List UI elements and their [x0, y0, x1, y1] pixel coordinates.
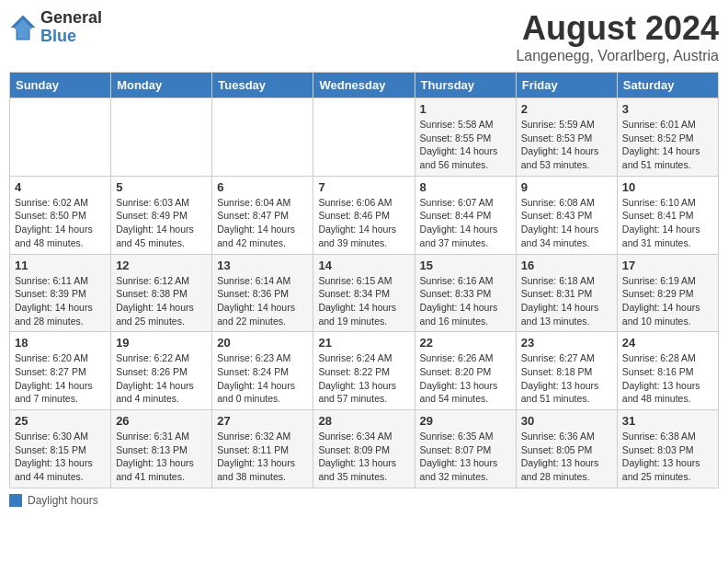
- calendar-cell: 1Sunrise: 5:58 AM Sunset: 8:55 PM Daylig…: [415, 98, 516, 177]
- day-info: Sunrise: 5:58 AM Sunset: 8:55 PM Dayligh…: [420, 118, 511, 172]
- calendar-cell: 14Sunrise: 6:15 AM Sunset: 8:34 PM Dayli…: [313, 254, 415, 332]
- day-info: Sunrise: 6:19 AM Sunset: 8:29 PM Dayligh…: [622, 274, 713, 328]
- day-number: 17: [622, 259, 713, 272]
- logo-icon: [9, 14, 37, 41]
- weekday-header: Thursday: [415, 73, 516, 98]
- day-info: Sunrise: 6:28 AM Sunset: 8:16 PM Dayligh…: [622, 351, 713, 406]
- calendar-cell: 26Sunrise: 6:31 AM Sunset: 8:13 PM Dayli…: [111, 410, 212, 488]
- day-number: 11: [15, 259, 106, 272]
- calendar-cell: 11Sunrise: 6:11 AM Sunset: 8:39 PM Dayli…: [10, 254, 111, 332]
- weekday-header: Friday: [516, 73, 617, 98]
- calendar-cell: 18Sunrise: 6:20 AM Sunset: 8:27 PM Dayli…: [10, 332, 111, 410]
- day-number: 18: [15, 336, 106, 350]
- calendar-cell: [313, 98, 415, 177]
- calendar-cell: [111, 98, 212, 177]
- day-number: 21: [318, 336, 409, 350]
- month-year-title: August 2024: [516, 9, 719, 48]
- calendar-cell: 17Sunrise: 6:19 AM Sunset: 8:29 PM Dayli…: [617, 254, 718, 332]
- logo-general: General: [40, 9, 102, 28]
- calendar-cell: 31Sunrise: 6:38 AM Sunset: 8:03 PM Dayli…: [617, 410, 718, 488]
- calendar-week-row: 1Sunrise: 5:58 AM Sunset: 8:55 PM Daylig…: [10, 98, 719, 177]
- day-number: 25: [15, 414, 106, 428]
- logo-text: General Blue: [40, 9, 102, 46]
- calendar-cell: 2Sunrise: 5:59 AM Sunset: 8:53 PM Daylig…: [516, 98, 617, 177]
- weekday-header: Sunday: [10, 73, 111, 98]
- day-number: 16: [521, 259, 612, 272]
- day-number: 4: [15, 180, 106, 194]
- calendar-week-row: 25Sunrise: 6:30 AM Sunset: 8:15 PM Dayli…: [10, 410, 719, 488]
- day-info: Sunrise: 6:35 AM Sunset: 8:07 PM Dayligh…: [420, 430, 511, 484]
- calendar-cell: 22Sunrise: 6:26 AM Sunset: 8:20 PM Dayli…: [415, 332, 516, 410]
- calendar-cell: [212, 98, 313, 177]
- day-info: Sunrise: 6:02 AM Sunset: 8:50 PM Dayligh…: [15, 196, 106, 250]
- weekday-header-row: SundayMondayTuesdayWednesdayThursdayFrid…: [10, 73, 719, 98]
- day-info: Sunrise: 6:22 AM Sunset: 8:26 PM Dayligh…: [116, 351, 207, 406]
- calendar-cell: 20Sunrise: 6:23 AM Sunset: 8:24 PM Dayli…: [212, 332, 313, 410]
- day-info: Sunrise: 6:18 AM Sunset: 8:31 PM Dayligh…: [521, 274, 612, 328]
- calendar-table: SundayMondayTuesdayWednesdayThursdayFrid…: [9, 72, 719, 488]
- logo: General Blue: [9, 9, 102, 46]
- calendar-cell: [10, 98, 111, 177]
- weekday-header: Saturday: [617, 73, 718, 98]
- footer: Daylight hours: [9, 494, 719, 507]
- weekday-header: Monday: [111, 73, 212, 98]
- calendar-cell: 5Sunrise: 6:03 AM Sunset: 8:49 PM Daylig…: [111, 176, 212, 254]
- day-number: 3: [622, 102, 713, 116]
- calendar-cell: 12Sunrise: 6:12 AM Sunset: 8:38 PM Dayli…: [111, 254, 212, 332]
- calendar-cell: 30Sunrise: 6:36 AM Sunset: 8:05 PM Dayli…: [516, 410, 617, 488]
- day-number: 5: [116, 180, 207, 194]
- day-info: Sunrise: 6:01 AM Sunset: 8:52 PM Dayligh…: [622, 118, 713, 172]
- calendar-cell: 28Sunrise: 6:34 AM Sunset: 8:09 PM Dayli…: [313, 410, 415, 488]
- day-info: Sunrise: 6:34 AM Sunset: 8:09 PM Dayligh…: [318, 430, 409, 484]
- day-number: 10: [622, 180, 713, 194]
- calendar-cell: 24Sunrise: 6:28 AM Sunset: 8:16 PM Dayli…: [617, 332, 718, 410]
- calendar-cell: 9Sunrise: 6:08 AM Sunset: 8:43 PM Daylig…: [516, 176, 617, 254]
- day-number: 28: [318, 414, 409, 428]
- day-number: 24: [622, 336, 713, 350]
- day-number: 15: [420, 259, 511, 272]
- calendar-cell: 29Sunrise: 6:35 AM Sunset: 8:07 PM Dayli…: [415, 410, 516, 488]
- day-number: 1: [420, 102, 511, 116]
- day-info: Sunrise: 6:11 AM Sunset: 8:39 PM Dayligh…: [15, 274, 106, 328]
- day-number: 19: [116, 336, 207, 350]
- day-number: 2: [521, 102, 612, 116]
- location-title: Langenegg, Vorarlberg, Austria: [516, 48, 719, 64]
- day-info: Sunrise: 6:06 AM Sunset: 8:46 PM Dayligh…: [318, 196, 409, 250]
- day-number: 7: [318, 180, 409, 194]
- day-info: Sunrise: 6:36 AM Sunset: 8:05 PM Dayligh…: [521, 430, 612, 484]
- calendar-cell: 6Sunrise: 6:04 AM Sunset: 8:47 PM Daylig…: [212, 176, 313, 254]
- day-number: 30: [521, 414, 612, 428]
- day-info: Sunrise: 6:15 AM Sunset: 8:34 PM Dayligh…: [318, 274, 409, 328]
- day-info: Sunrise: 6:16 AM Sunset: 8:33 PM Dayligh…: [420, 274, 511, 328]
- page-header: General Blue August 2024 Langenegg, Vora…: [9, 9, 719, 64]
- day-number: 14: [318, 259, 409, 272]
- day-number: 6: [217, 180, 308, 194]
- weekday-header: Tuesday: [212, 73, 313, 98]
- calendar-cell: 8Sunrise: 6:07 AM Sunset: 8:44 PM Daylig…: [415, 176, 516, 254]
- calendar-cell: 15Sunrise: 6:16 AM Sunset: 8:33 PM Dayli…: [415, 254, 516, 332]
- day-info: Sunrise: 6:23 AM Sunset: 8:24 PM Dayligh…: [217, 351, 308, 406]
- day-info: Sunrise: 6:14 AM Sunset: 8:36 PM Dayligh…: [217, 274, 308, 328]
- weekday-header: Wednesday: [313, 73, 415, 98]
- calendar-cell: 25Sunrise: 6:30 AM Sunset: 8:15 PM Dayli…: [10, 410, 111, 488]
- day-number: 8: [420, 180, 511, 194]
- calendar-cell: 21Sunrise: 6:24 AM Sunset: 8:22 PM Dayli…: [313, 332, 415, 410]
- calendar-cell: 19Sunrise: 6:22 AM Sunset: 8:26 PM Dayli…: [111, 332, 212, 410]
- day-info: Sunrise: 6:26 AM Sunset: 8:20 PM Dayligh…: [420, 351, 511, 406]
- calendar-week-row: 18Sunrise: 6:20 AM Sunset: 8:27 PM Dayli…: [10, 332, 719, 410]
- calendar-week-row: 11Sunrise: 6:11 AM Sunset: 8:39 PM Dayli…: [10, 254, 719, 332]
- calendar-cell: 13Sunrise: 6:14 AM Sunset: 8:36 PM Dayli…: [212, 254, 313, 332]
- day-info: Sunrise: 5:59 AM Sunset: 8:53 PM Dayligh…: [521, 118, 612, 172]
- calendar-cell: 4Sunrise: 6:02 AM Sunset: 8:50 PM Daylig…: [10, 176, 111, 254]
- calendar-cell: 23Sunrise: 6:27 AM Sunset: 8:18 PM Dayli…: [516, 332, 617, 410]
- day-info: Sunrise: 6:38 AM Sunset: 8:03 PM Dayligh…: [622, 430, 713, 484]
- day-info: Sunrise: 6:10 AM Sunset: 8:41 PM Dayligh…: [622, 196, 713, 250]
- calendar-cell: 10Sunrise: 6:10 AM Sunset: 8:41 PM Dayli…: [617, 176, 718, 254]
- day-info: Sunrise: 6:31 AM Sunset: 8:13 PM Dayligh…: [116, 430, 207, 484]
- day-number: 22: [420, 336, 511, 350]
- day-number: 13: [217, 259, 308, 272]
- day-number: 23: [521, 336, 612, 350]
- title-section: August 2024 Langenegg, Vorarlberg, Austr…: [516, 9, 719, 64]
- day-info: Sunrise: 6:08 AM Sunset: 8:43 PM Dayligh…: [521, 196, 612, 250]
- day-number: 9: [521, 180, 612, 194]
